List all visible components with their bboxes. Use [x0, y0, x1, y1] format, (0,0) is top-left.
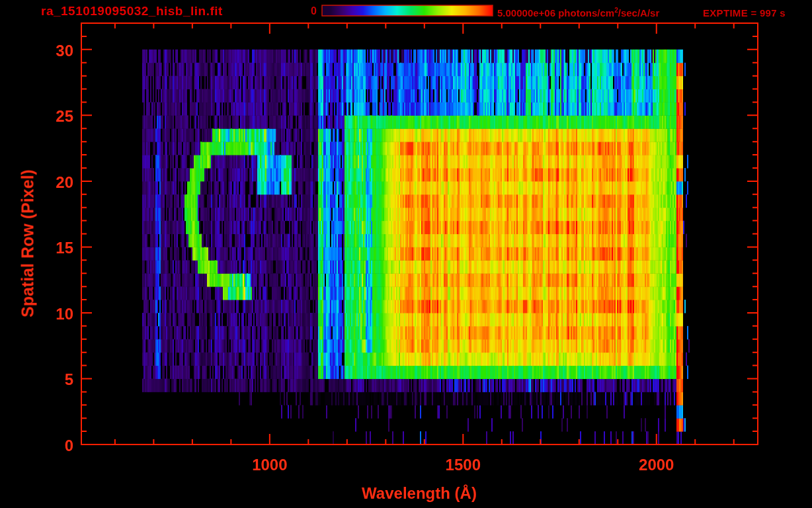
- y-tick-label-10: 10: [56, 306, 73, 322]
- colorbar-max-label-prefix: 5.00000e+06 photons/cm: [497, 7, 614, 19]
- x-tick-label-1500: 1500: [446, 457, 481, 473]
- x-tick-label-1000: 1000: [252, 457, 287, 473]
- colorbar-max-label: 5.00000e+06 photons/cm2/sec/A/sr: [497, 7, 659, 18]
- plot-window: ra_151019095032_hisb_lin.fit 0 5.00000e+…: [0, 0, 812, 508]
- x-axis-title: Wavelength (Å): [362, 486, 477, 501]
- colorbar-max-label-suffix: /sec/A/sr: [618, 7, 660, 19]
- x-tick-label-2000: 2000: [639, 457, 674, 473]
- colorbar-min-label: 0: [311, 6, 317, 17]
- y-tick-label-20: 20: [56, 175, 73, 190]
- y-tick-label-5: 5: [65, 372, 73, 388]
- y-axis-title: Spatial Row (Pixel): [20, 169, 36, 318]
- file-title: ra_151019095032_hisb_lin.fit: [41, 5, 223, 17]
- y-tick-label-0: 0: [65, 438, 73, 454]
- spectral-image-canvas: [0, 0, 812, 508]
- y-tick-label-25: 25: [56, 108, 73, 124]
- y-tick-label-15: 15: [56, 240, 73, 256]
- y-tick-label-30: 30: [56, 43, 73, 59]
- exptime-label: EXPTIME = 997 s: [703, 8, 786, 18]
